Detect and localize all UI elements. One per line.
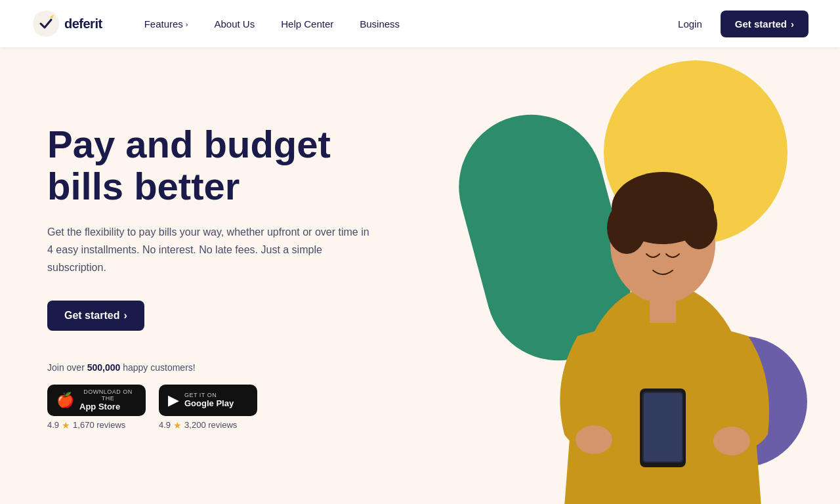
svg-point-0: [33, 10, 59, 37]
google-play-block: ▶ GET IT ON Google Play 4.9 ★ 3,200 revi…: [159, 385, 257, 430]
nav-get-started-button[interactable]: Get started ›: [721, 10, 808, 37]
nav-links: Features › About Us Help Center Business: [134, 13, 667, 35]
apple-icon: 🍎: [56, 392, 74, 409]
google-play-icon: ▶: [168, 392, 179, 409]
star-icon: ★: [62, 420, 70, 430]
google-play-rating: 4.9 ★ 3,200 reviews: [159, 420, 257, 430]
nav-right: Login Get started ›: [667, 10, 808, 37]
arrow-right-icon: ›: [791, 18, 794, 30]
features-chevron-icon: ›: [186, 20, 188, 28]
star-icon-google: ★: [173, 420, 182, 430]
nav-business[interactable]: Business: [349, 13, 410, 35]
deferit-logo: [32, 9, 60, 38]
svg-rect-6: [650, 297, 676, 323]
person-svg: [525, 87, 801, 504]
app-store-rating: 4.9 ★ 1,670 reviews: [47, 420, 146, 430]
nav-about[interactable]: About Us: [204, 13, 266, 35]
nav-help[interactable]: Help Center: [270, 13, 344, 35]
hero-get-started-button[interactable]: Get started ›: [47, 301, 144, 331]
app-store-block: 🍎 Download on the App Store 4.9 ★ 1,670 …: [47, 385, 146, 430]
app-badges: 🍎 Download on the App Store 4.9 ★ 1,670 …: [47, 385, 375, 430]
hero-subtitle: Get the flexibility to pay bills your wa…: [47, 223, 375, 277]
svg-rect-11: [644, 393, 682, 461]
join-customers-text: Join over 500,000 happy customers!: [47, 362, 375, 373]
brand-name: deferit: [64, 16, 102, 32]
hero-content: Pay and budget bills better Get the flex…: [47, 123, 375, 430]
navbar: deferit Features › About Us Help Center …: [0, 0, 840, 47]
hero-section: Pay and budget bills better Get the flex…: [0, 47, 840, 504]
svg-point-7: [713, 427, 750, 455]
person-image: [525, 87, 801, 504]
hero-visual: [413, 47, 840, 504]
svg-point-4: [607, 201, 646, 254]
hero-title: Pay and budget bills better: [47, 123, 375, 207]
google-play-button[interactable]: ▶ GET IT ON Google Play: [159, 385, 257, 416]
svg-point-8: [576, 425, 612, 454]
nav-features[interactable]: Features ›: [134, 13, 199, 35]
app-store-button[interactable]: 🍎 Download on the App Store: [47, 385, 146, 416]
logo-link[interactable]: deferit: [32, 9, 102, 38]
svg-point-5: [681, 200, 717, 249]
hero-cta-arrow-icon: ›: [123, 310, 127, 322]
login-button[interactable]: Login: [667, 13, 713, 35]
